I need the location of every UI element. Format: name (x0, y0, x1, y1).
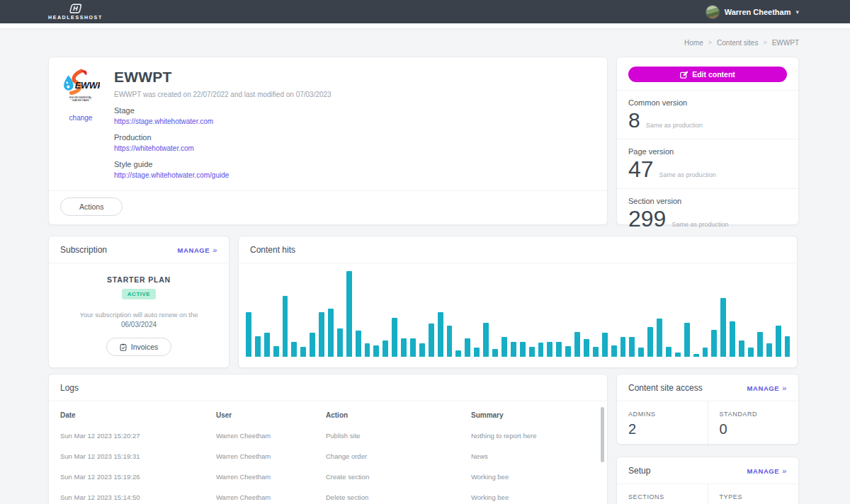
user-menu[interactable]: Warren Cheetham ▾ (706, 5, 799, 19)
subscription-manage-link[interactable]: MANAGE » (177, 246, 217, 254)
chart-bar (565, 346, 571, 357)
table-row: Sun Mar 12 2023 15:20:27 Warren Cheetham… (60, 425, 596, 446)
log-date: Sun Mar 12 2023 15:19:26 (60, 473, 216, 481)
admins-label: ADMINS (628, 411, 696, 418)
site-created-text: EWWPT was created on 22/07/2022 and last… (114, 91, 332, 98)
setup-card: Setup MANAGE » SECTIONS TYPES (616, 457, 799, 504)
chart-bar (447, 326, 453, 357)
log-summary: Nothing to report here (471, 432, 596, 440)
chart-bar (502, 337, 507, 357)
logs-table-header: Date User Action Summary (60, 401, 596, 425)
stage-url-link[interactable]: https://stage.whitehotwater.com (114, 118, 332, 125)
chart-bar (291, 342, 297, 357)
edit-icon (680, 71, 688, 79)
chart-bar (666, 347, 672, 357)
invoices-button[interactable]: Invoices (106, 338, 172, 356)
section-version-label: Section version (628, 197, 787, 205)
content-hits-title: Content hits (250, 245, 295, 255)
chart-bar (337, 328, 343, 357)
chart-bar (593, 347, 599, 357)
standard-value: 0 (720, 421, 788, 437)
setup-manage-label: MANAGE (747, 467, 779, 475)
brand-logo[interactable]: H HEADLESSHOST (48, 4, 103, 20)
common-version-note: Same as production (646, 122, 703, 129)
edit-content-button[interactable]: Edit content (628, 67, 787, 82)
admins-value: 2 (628, 421, 696, 437)
chart-bar (264, 333, 270, 357)
avatar (706, 5, 720, 19)
log-date: Sun Mar 12 2023 15:14:50 (60, 493, 216, 501)
main-content: EWWPT ENVIRONMENTAL " WATER PARK " chang… (48, 57, 799, 504)
chart-bar (419, 343, 425, 357)
chart-bar (538, 343, 544, 357)
site-overview-card: EWWPT ENVIRONMENTAL " WATER PARK " chang… (48, 57, 608, 225)
chart-bar (711, 330, 717, 357)
renew-date: 06/03/2024 (49, 321, 229, 328)
table-row: Sun Mar 12 2023 15:14:50 Warren Cheetham… (60, 487, 596, 504)
site-access-manage-link[interactable]: MANAGE » (747, 384, 787, 392)
log-action: Delete section (326, 493, 471, 501)
top-navbar: H HEADLESSHOST Warren Cheetham ▾ (0, 0, 850, 23)
status-badge: ACTIVE (122, 289, 156, 299)
page-title: EWWPT (114, 69, 332, 86)
invoices-label: Invoices (131, 343, 159, 351)
chart-bar (410, 338, 416, 357)
style-guide-url-link[interactable]: http://stage.whitehotwater.com/guide (114, 171, 332, 179)
style-guide-label: Style guide (114, 160, 332, 168)
brand-text: HEADLESSHOST (48, 15, 103, 20)
logs-card: Logs Date User Action Summary Sun Mar 12… (48, 374, 608, 504)
subscription-title: Subscription (60, 245, 107, 255)
log-summary: Working bee (471, 493, 596, 501)
change-logo-link[interactable]: change (69, 114, 93, 122)
page-version-row: Page version 47 Same as production (617, 139, 798, 190)
edit-content-label: Edit content (692, 70, 735, 79)
column-header-user: User (216, 411, 326, 419)
chart-bar (246, 312, 251, 357)
standard-label: STANDARD (720, 411, 788, 418)
setup-title: Setup (628, 466, 650, 476)
chart-bar (346, 271, 352, 357)
renew-text: Your subscription will auto renew on the (49, 311, 229, 319)
breadcrumb-home[interactable]: Home (684, 39, 703, 47)
table-row: Sun Mar 12 2023 15:19:31 Warren Cheetham… (60, 446, 596, 466)
chart-bar (255, 336, 261, 357)
chart-bar (657, 319, 662, 357)
chart-bar (273, 346, 279, 357)
sections-stat: SECTIONS (617, 484, 708, 504)
svg-text:EWWPT: EWWPT (75, 81, 100, 91)
content-hits-card: Content hits (238, 236, 798, 368)
chart-bar (602, 333, 608, 357)
svg-text:H: H (72, 6, 79, 13)
column-header-date: Date (60, 411, 216, 419)
setup-manage-link[interactable]: MANAGE » (747, 466, 787, 475)
chart-bar (356, 331, 361, 357)
breadcrumb-content-sites[interactable]: Content sites (717, 39, 758, 47)
chart-bar (283, 296, 288, 357)
ewwpt-logo: EWWPT ENVIRONMENTAL " WATER PARK " (62, 69, 100, 103)
chart-bar (776, 326, 781, 357)
common-version-value: 8 (628, 109, 640, 132)
common-version-label: Common version (628, 98, 787, 107)
log-user: Warren Cheetham (216, 432, 326, 440)
breadcrumb-separator-icon: > (763, 39, 766, 46)
log-user: Warren Cheetham (216, 473, 326, 481)
column-header-summary: Summary (471, 411, 596, 419)
chart-bar (520, 342, 526, 357)
section-version-value: 299 (628, 207, 666, 231)
production-url-link[interactable]: https://whitehotwater.com (114, 144, 332, 152)
chart-bar (429, 323, 434, 357)
chart-bar (382, 340, 388, 357)
chart-bar (401, 338, 407, 357)
chart-bar (720, 298, 726, 357)
chart-bar (757, 332, 763, 357)
actions-button[interactable]: Actions (60, 197, 123, 216)
section-version-row: Section version 299 Same as production (617, 189, 798, 239)
site-access-title: Content site access (628, 383, 703, 393)
chart-bar (703, 348, 708, 357)
chart-bar (647, 327, 653, 357)
chart-bar (693, 354, 699, 357)
invoice-icon (120, 343, 127, 351)
chart-bar (373, 345, 379, 357)
logs-scrollbar[interactable] (601, 407, 604, 462)
user-name: Warren Cheetham (725, 8, 791, 16)
